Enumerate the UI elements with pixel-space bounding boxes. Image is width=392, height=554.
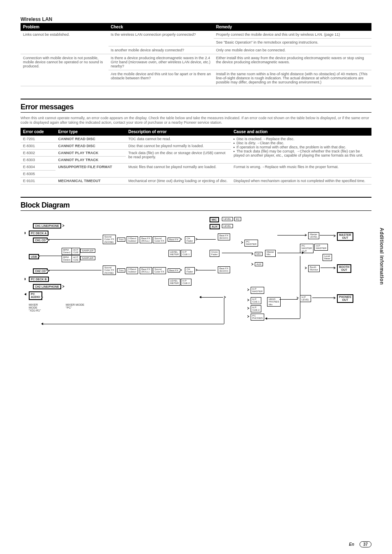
- box-level: LEVEL: [222, 217, 233, 222]
- box-3band-iso: 3 Band Isolator: [127, 236, 138, 243]
- box-level-meter: LEVEL METER: [168, 250, 180, 257]
- box-mic: MIC: [255, 252, 263, 256]
- th-problem: Problem: [21, 23, 108, 31]
- cell: CANNOT PLAY TRACK: [55, 149, 126, 156]
- cell: CANNOT READ DISC: [55, 136, 126, 143]
- cell: MECHANICAL TIMEOUT: [55, 177, 126, 184]
- error-table: Error code Error type Description of err…: [21, 128, 371, 185]
- box-hp-cue1: H.P CUE 1: [251, 297, 261, 304]
- box-beatfx: Beat FX: [168, 238, 180, 242]
- cell: Track data (file) on the disc or storage…: [126, 149, 231, 163]
- cell: E-8302: [21, 149, 55, 156]
- th-desc: Description of error: [126, 128, 231, 136]
- box-beatfx-echo: Beat FX (ECHO): [218, 233, 230, 240]
- cell: E-8301: [21, 142, 55, 149]
- cell: UNSUPPORTED FILE FORMAT: [55, 163, 126, 177]
- cell: Is the wireless LAN connection properly …: [108, 31, 214, 46]
- error-intro: When this unit cannot operate normally, …: [21, 116, 371, 125]
- wireless-lan-title: Wireless LAN: [21, 16, 371, 22]
- cell: E-8304: [21, 163, 55, 170]
- box-sound-colorfx: Sound Color FX: [153, 236, 166, 243]
- th-remedy: Remedy: [214, 23, 371, 31]
- box-sound-colorfx-noise: Sound Color FX (NOISE): [103, 265, 116, 275]
- box-ch2-cd: CH2 CD: [33, 268, 48, 274]
- cell: Links cannot be established.: [21, 31, 108, 54]
- box-bpm-detect: BPM Detect: [62, 255, 72, 262]
- box-level-meter: LEVEL METER: [168, 279, 180, 286]
- box-master-level: Master LEVEL: [308, 232, 319, 239]
- box-sound-colorfx-noise: Sound Color FX (NOISE): [103, 235, 116, 245]
- cell: Only one mobile device can be connected.: [214, 46, 371, 54]
- box-headphones-mix: HEAD PHONES Mix: [267, 297, 281, 307]
- box-sampler: SAMPLER: [80, 256, 95, 261]
- cell: Either install this unit away from the d…: [214, 54, 371, 70]
- cell: Displayed when mechanism operation is no…: [231, 177, 371, 184]
- box-master-mix: Master Mix: [265, 250, 276, 257]
- cell: Is there a device producing electromagne…: [108, 54, 214, 70]
- box-level-meter: Level Meter: [323, 254, 332, 261]
- box-ch-fader: CH Fader: [185, 236, 195, 243]
- footer-lang: En: [349, 542, 354, 547]
- box-aux: AUX: [210, 224, 220, 230]
- cell: Disc is cracked.→Replace the disc. Disc …: [231, 136, 371, 164]
- box-pc-master: PC MASTER: [244, 240, 258, 247]
- cell: CANNOT READ DISC: [55, 142, 126, 149]
- box-mic: MIC: [210, 217, 219, 223]
- cell: E-9101: [21, 177, 55, 184]
- cell: Are the mobile device and this unit too …: [108, 70, 214, 86]
- cell: Connection with mobile device is not pos…: [21, 54, 108, 86]
- box-ch2-line-phone: CH2 LINE/PHONE: [33, 284, 61, 290]
- box-pc-deck-a: PC DECK A: [29, 231, 48, 236]
- cell: See "Basic Operation" in the remotebox o…: [214, 39, 371, 46]
- box-trim: Trim: [117, 238, 125, 242]
- cell: Install in the same room within a line-o…: [214, 70, 371, 86]
- cell: Is another mobile device already connect…: [108, 46, 214, 54]
- th-check: Check: [108, 23, 214, 31]
- box-hp-level: H.P LEVEL: [300, 295, 311, 302]
- box-level: LEVEL: [222, 224, 233, 229]
- box-beatfx: Beat FX: [168, 268, 180, 273]
- cell: E-7201: [21, 136, 55, 143]
- cell: Mechanical error (time out) during loadi…: [126, 177, 231, 184]
- box-ch1-line-phone: CH1 LINE/PHONE: [33, 223, 61, 229]
- box-master-out: MASTER OUT: [337, 232, 353, 241]
- footer: En 37: [349, 541, 371, 547]
- wireless-table: Problem Check Remedy Links cannot be est…: [21, 23, 371, 86]
- box-sound-colorfx: Sound Color FX: [153, 267, 166, 274]
- box-trim: Trim: [117, 268, 125, 273]
- box-phones-out: PHONES OUT: [337, 294, 353, 303]
- box-hp-master: H.P MASTER: [251, 287, 264, 294]
- cell: E-8303: [21, 156, 55, 163]
- cell: Format is wrong.→Replace with music file…: [231, 163, 371, 177]
- th-cause: Cause and action: [231, 128, 371, 136]
- label-mixer-mode-pc: MIXER MODE "PC": [66, 303, 84, 309]
- block-heading: Block Diagram: [21, 201, 371, 210]
- box-bpm-detect: BPM Detect: [62, 248, 72, 255]
- box-beatfx-echo: Beat FX (ECHO): [218, 266, 230, 273]
- box-pc-phones: PC PHONES: [251, 314, 264, 321]
- cell: CANNOT PLAY TRACK: [55, 156, 126, 163]
- box-beatfx-roll: Beat FX (ROLL): [140, 236, 152, 243]
- cell: Properly connect the mobile device and t…: [214, 31, 371, 39]
- box-hp-master: H.P MASTER: [314, 244, 328, 251]
- box-ch-fader: CH Fader: [185, 267, 195, 274]
- footer-page: 37: [360, 541, 371, 547]
- box-aux: AUX: [255, 262, 263, 267]
- box-pc-deck-b: PC DECK B: [29, 277, 49, 282]
- cell: Music files that cannot be played normal…: [126, 163, 231, 177]
- th-code: Error code: [21, 128, 55, 136]
- box-hot-cue: HOT CUE: [71, 248, 80, 255]
- box-hot-cue: HOT CUE: [71, 255, 80, 262]
- cell: Disc that cannot be played normally is l…: [126, 142, 231, 149]
- box-eq: EQ: [234, 217, 241, 222]
- box-booth-out: BOOTH OUT: [337, 264, 351, 273]
- box-ch1-cd: CH1 CD: [33, 238, 48, 243]
- box-hp-cue1: H.P CUE 1: [181, 250, 191, 257]
- box-sampler: SAMPLER: [80, 249, 95, 253]
- box-3band-iso: 3 Band Isolator: [127, 267, 138, 274]
- label-mixer-mode: MIXER MODE "XDJ-R1": [29, 303, 41, 312]
- cell: E-8305: [21, 170, 55, 177]
- cell: TOC data cannot be read.: [126, 136, 231, 143]
- box-cross-fader: Cross Fader: [210, 250, 219, 257]
- block-diagram: CH1 LINE/PHONE PC DECK A CH1 CD USB CH2 …: [21, 215, 371, 338]
